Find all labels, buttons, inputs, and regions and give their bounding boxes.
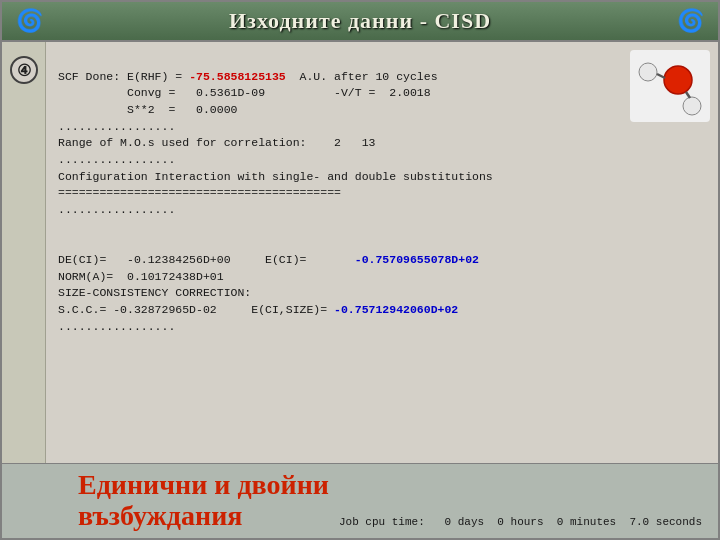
scc-line: S.C.C.= -0.32872965D-02 E(CI,SIZE)= -0.7… xyxy=(58,303,458,316)
equals-line: ========================================… xyxy=(58,186,341,199)
dots4: ................. xyxy=(58,320,175,333)
bottom-banner: Единични и двойни възбуждания Job cpu ti… xyxy=(2,463,718,538)
blank2 xyxy=(58,236,65,249)
spiral-right-icon: 🌀 xyxy=(677,8,704,34)
de-line: DE(CI)= -0.12384256D+00 E(CI)= -0.757096… xyxy=(58,253,479,266)
main-window: 🌀 Изходните данни - CISD 🌀 ④ xyxy=(0,0,720,540)
banner-line1: Единични и двойни xyxy=(78,470,331,501)
dots3: ................. xyxy=(58,203,175,216)
content-area: ④ xyxy=(2,42,718,463)
svg-point-3 xyxy=(683,97,701,115)
cpu-time-line: Job cpu time: 0 days 0 hours 0 minutes 7… xyxy=(331,516,702,532)
energy-value: -75.5858125135 xyxy=(189,70,286,83)
svg-point-2 xyxy=(639,63,657,81)
main-panel: SCF Done: E(RHF) = -75.5858125135 A.U. a… xyxy=(46,42,718,463)
title-bar: 🌀 Изходните данни - CISD 🌀 xyxy=(2,2,718,42)
svg-point-1 xyxy=(664,66,692,94)
config-line: Configuration Interaction with single- a… xyxy=(58,170,493,183)
spiral-left-icon: 🌀 xyxy=(16,8,43,34)
scf-line: SCF Done: E(RHF) = -75.5858125135 A.U. a… xyxy=(58,70,438,83)
blank1 xyxy=(58,220,65,233)
left-sidebar: ④ xyxy=(2,42,46,463)
page-title: Изходните данни - CISD xyxy=(229,8,491,34)
banner-line2: възбуждания xyxy=(78,501,331,532)
norm-line: NORM(A)= 0.10172438D+01 xyxy=(58,270,224,283)
dots2: ................. xyxy=(58,153,175,166)
dots1: ................. xyxy=(58,120,175,133)
size-line: SIZE-CONSISTENCY CORRECTION: xyxy=(58,286,251,299)
molecule-image xyxy=(630,50,710,122)
code-block: SCF Done: E(RHF) = -75.5858125135 A.U. a… xyxy=(58,52,706,352)
scc-value: -0.75712942060D+02 xyxy=(334,303,458,316)
step-number: ④ xyxy=(10,56,38,84)
s2-line: S**2 = 0.0000 xyxy=(58,103,237,116)
de-value: -0.75709655078D+02 xyxy=(355,253,479,266)
range-line: Range of M.O.s used for correlation: 2 1… xyxy=(58,136,375,149)
banner-main-text: Единични и двойни възбуждания xyxy=(18,470,331,532)
convg-line: Convg = 0.5361D-09 -V/T = 2.0018 xyxy=(58,86,431,99)
